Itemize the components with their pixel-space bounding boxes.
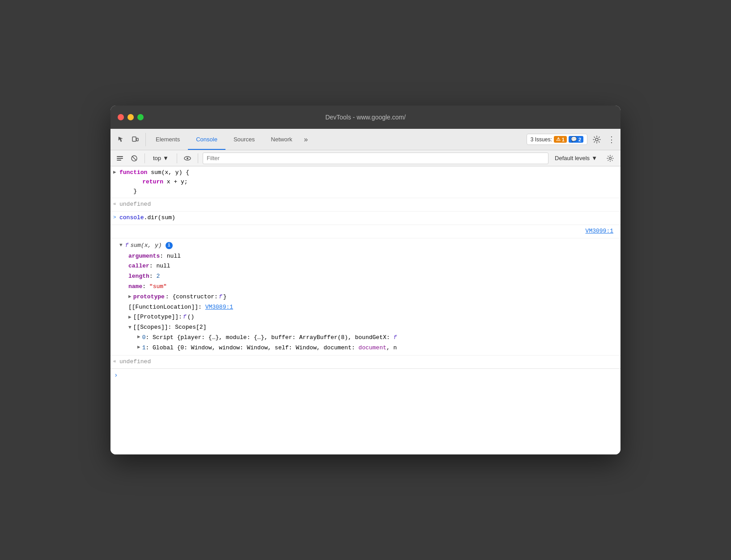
prop-scopes: ▼ [[Scopes]]: Scopes[2] <box>119 322 617 333</box>
func-header: ▼ f sum(x, y) i <box>119 240 617 251</box>
console-input-row[interactable]: › <box>110 369 620 382</box>
toolbar-divider-3 <box>198 153 198 163</box>
tab-bar: Elements Console Sources Network » 3 Iss… <box>110 129 620 150</box>
prop-func-location: [[FunctionLocation]]: VM3089:1 <box>119 302 617 313</box>
vm-link-1[interactable]: VM3099:1 <box>586 228 613 234</box>
console-entry-undefined-2: « undefined <box>110 356 620 369</box>
console-input[interactable] <box>121 372 617 379</box>
svg-rect-3 <box>117 156 123 157</box>
close-button[interactable] <box>118 114 124 120</box>
console-settings-icon[interactable] <box>604 152 617 165</box>
titlebar: DevTools - www.google.com/ <box>110 106 620 129</box>
device-icon[interactable] <box>128 133 142 146</box>
minimize-button[interactable] <box>128 114 134 120</box>
maximize-button[interactable] <box>137 114 144 120</box>
vm-ref-entry: VM3099:1 <box>110 225 620 238</box>
console-entry-undefined-1: « undefined <box>110 198 620 212</box>
prop-caller: caller: null <box>119 261 617 272</box>
svg-rect-1 <box>136 138 138 141</box>
prototype2-arrow[interactable]: ▶ <box>128 314 132 322</box>
scope-0: ▶ 0: Script {player: {…}, module: {…}, b… <box>119 333 617 343</box>
svg-line-7 <box>132 156 136 161</box>
tab-network[interactable]: Network <box>263 129 301 150</box>
svg-point-9 <box>187 157 188 159</box>
chevron-down-icon-2: ▼ <box>591 155 597 161</box>
inspect-icon[interactable] <box>114 133 128 146</box>
scope1-arrow[interactable]: ▶ <box>137 344 140 352</box>
console-content: ▶ function sum(x, y) { return x + y; } «… <box>110 166 620 454</box>
tab-console[interactable]: Console <box>188 129 225 150</box>
console-toolbar: top ▼ Default levels ▼ <box>110 150 620 166</box>
output-arrow-1: « <box>113 200 116 208</box>
chevron-down-icon: ▼ <box>163 155 169 161</box>
prop-prototype2: ▶ [[Prototype]]: f () <box>119 312 617 322</box>
collapse-arrow[interactable]: ▼ <box>119 242 123 250</box>
prop-arguments: arguments: null <box>119 251 617 262</box>
prop-length: length: 2 <box>119 272 617 282</box>
prop-name: name: "sum" <box>119 282 617 292</box>
context-selector[interactable]: top ▼ <box>149 153 172 163</box>
levels-selector[interactable]: Default levels ▼ <box>551 153 601 163</box>
filter-input[interactable] <box>203 153 548 164</box>
window-title: DevTools - www.google.com/ <box>325 114 406 121</box>
tab-elements[interactable]: Elements <box>148 129 188 150</box>
settings-icon[interactable] <box>590 133 604 146</box>
clear-console-icon[interactable] <box>114 153 126 164</box>
console-entry-2: > console.dir(sum) <box>110 212 620 225</box>
output-arrow-2: « <box>113 358 116 366</box>
toolbar-divider <box>144 153 145 163</box>
console-prompt-icon: › <box>114 372 118 379</box>
input-arrow-2: > <box>113 214 116 222</box>
eye-icon[interactable] <box>182 153 193 164</box>
dir-output: ▼ f sum(x, y) i arguments: null caller: … <box>110 238 620 356</box>
svg-rect-0 <box>132 137 136 141</box>
prop-prototype: ▶ prototype: {constructor: f} <box>119 292 617 302</box>
prototype-arrow[interactable]: ▶ <box>128 293 132 301</box>
tab-sources[interactable]: Sources <box>225 129 263 150</box>
scope0-arrow[interactable]: ▶ <box>137 333 140 341</box>
toolbar-right: 3 Issues: ⚠ 1 💬 2 ⋮ <box>527 133 617 146</box>
toolbar-icons <box>114 133 146 146</box>
scopes-arrow[interactable]: ▼ <box>128 324 132 332</box>
info-icon[interactable]: i <box>166 242 173 249</box>
console-entry-1: ▶ function sum(x, y) { return x + y; } <box>110 166 620 198</box>
svg-rect-5 <box>117 160 121 161</box>
no-log-icon[interactable] <box>128 153 140 164</box>
traffic-lights <box>118 114 144 120</box>
tabs: Elements Console Sources Network » <box>148 129 311 150</box>
more-options-icon[interactable]: ⋮ <box>606 133 617 146</box>
vm-link-2[interactable]: VM3089:1 <box>205 304 233 310</box>
warn-badge: ⚠ 1 <box>554 136 567 143</box>
more-tabs-button[interactable]: » <box>300 129 311 150</box>
toolbar-divider-2 <box>177 153 177 163</box>
svg-point-2 <box>595 138 598 141</box>
issues-badge[interactable]: 3 Issues: ⚠ 1 💬 2 <box>527 134 587 145</box>
expand-arrow-1[interactable]: ▶ <box>113 169 116 177</box>
svg-rect-4 <box>117 158 123 159</box>
svg-point-10 <box>609 157 612 159</box>
scope-1: ▶ 1: Global {0: Window, window: Window, … <box>119 343 617 353</box>
info-badge: 💬 2 <box>569 136 583 143</box>
